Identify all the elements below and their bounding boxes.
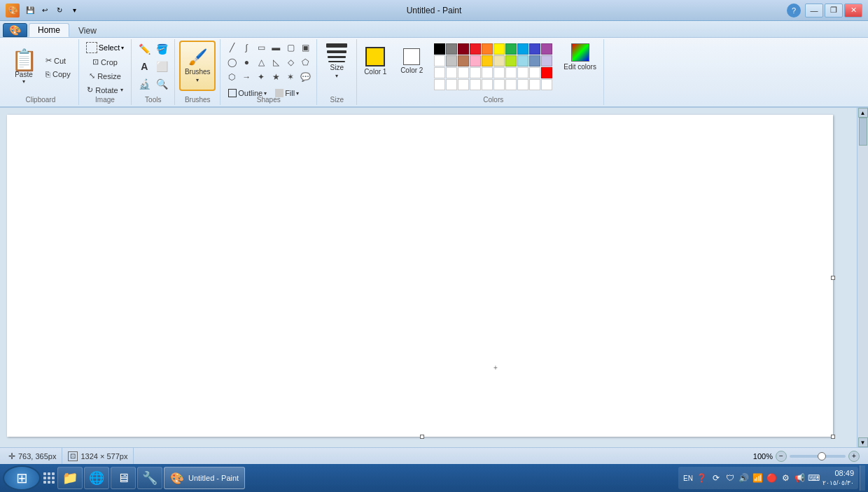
callout-shape[interactable]: 💬 — [298, 70, 312, 84]
color1-button[interactable]: Color 1 — [361, 41, 389, 91]
color-picker-tool[interactable]: 🔬 — [136, 76, 153, 92]
taskbar-app2-button[interactable]: 🔧 — [137, 467, 162, 489]
quick-access-dropdown[interactable]: ▾ — [68, 4, 80, 17]
show-desktop-button[interactable] — [860, 465, 865, 491]
right-scrollbar[interactable]: ▲ ▼ — [857, 108, 868, 447]
edit-colors-button[interactable]: Edit colors — [561, 41, 599, 80]
text-tool[interactable]: A — [136, 58, 153, 75]
taskbar-paint-button[interactable]: 🎨 Untitled - Paint — [164, 467, 245, 489]
color-dark-red[interactable] — [458, 43, 469, 55]
save-button[interactable]: 💾 — [24, 4, 36, 17]
tab-view[interactable]: View — [69, 23, 106, 37]
color-lime[interactable] — [505, 55, 517, 66]
color-sky[interactable] — [517, 55, 528, 66]
color-brown[interactable] — [458, 55, 469, 66]
color-e4[interactable] — [470, 79, 481, 90]
canvas-scroll[interactable]: + — [0, 108, 868, 447]
rounded-rect-fill-shape[interactable]: ▣ — [298, 41, 312, 55]
color-steel[interactable] — [529, 55, 540, 66]
taskbar-ie-button[interactable]: 🌐 — [84, 467, 109, 489]
drawing-canvas[interactable]: + — [7, 115, 833, 437]
color-e2[interactable] — [446, 79, 457, 90]
color2-button[interactable]: Color 2 — [398, 41, 426, 91]
resize-handle-s[interactable] — [420, 435, 424, 439]
color-e10[interactable] — [541, 79, 552, 90]
color-e7[interactable] — [505, 79, 517, 90]
tab-home[interactable]: Home — [29, 23, 69, 37]
taskbar-explorer-button[interactable]: 📁 — [57, 467, 83, 489]
color-w8[interactable] — [517, 67, 528, 78]
network2-icon[interactable]: 📶 — [752, 472, 764, 484]
color-e8[interactable] — [517, 79, 528, 90]
hexagon-shape[interactable]: ⬡ — [225, 70, 239, 84]
rounded-rect-shape[interactable]: ▢ — [284, 41, 298, 55]
zoom-in-button[interactable]: + — [848, 451, 860, 462]
color-e9[interactable] — [529, 79, 540, 90]
color-e5[interactable] — [482, 79, 493, 90]
color-orange[interactable] — [482, 43, 493, 55]
maximize-button[interactable]: ❐ — [825, 3, 843, 17]
curve-shape[interactable]: ∫ — [239, 41, 253, 55]
antivirus-icon[interactable]: 🔴 — [766, 472, 778, 484]
color-white[interactable] — [434, 55, 445, 66]
app-icon-2[interactable]: 📢 — [794, 472, 806, 484]
taskbar-app-list-button[interactable] — [42, 470, 56, 486]
pencil-tool[interactable]: ✏️ — [136, 41, 153, 57]
resize-button[interactable]: ⤡ Resize — [85, 69, 125, 83]
security-icon[interactable]: 🛡 — [724, 472, 736, 484]
triangle-shape[interactable]: △ — [254, 55, 268, 69]
color-gold[interactable] — [482, 55, 493, 66]
zoom-slider-thumb[interactable] — [818, 452, 826, 461]
color-w4[interactable] — [470, 67, 481, 78]
line-shape[interactable]: ╱ — [225, 41, 239, 55]
right-arrow-shape[interactable]: → — [239, 70, 253, 84]
help-systray-icon[interactable]: ❓ — [696, 472, 708, 484]
keyboard-icon[interactable]: ⌨ — [808, 472, 820, 484]
paste-button[interactable]: 📋 Paste ▾ — [7, 42, 41, 92]
eraser-tool[interactable]: ⬜ — [153, 58, 170, 75]
rect-fill-shape[interactable]: ▬ — [269, 41, 283, 55]
help-icon[interactable]: ? — [787, 3, 801, 17]
network-systray-icon[interactable]: ⟳ — [710, 472, 722, 484]
scroll-down-button[interactable]: ▼ — [858, 437, 868, 447]
color-red[interactable] — [470, 43, 481, 55]
color-w1[interactable] — [434, 67, 445, 78]
star4-shape[interactable]: ✦ — [254, 70, 268, 84]
rect-shape[interactable]: ▭ — [254, 41, 268, 55]
minimize-button[interactable]: — — [805, 3, 823, 17]
resize-handle-e[interactable] — [831, 276, 835, 280]
diamond-shape[interactable]: ◇ — [284, 55, 298, 69]
color-w7[interactable] — [505, 67, 517, 78]
color-yellow[interactable] — [493, 43, 505, 55]
color-black[interactable] — [434, 43, 445, 55]
color-cream[interactable] — [493, 55, 505, 66]
star6-shape[interactable]: ✶ — [284, 70, 298, 84]
copy-button[interactable]: ⎘ Copy — [42, 68, 74, 80]
color-blue[interactable] — [517, 43, 528, 55]
zoom-slider-track[interactable] — [790, 455, 846, 458]
taskbar-network-button[interactable]: 🖥 — [111, 467, 136, 489]
rotate-button[interactable]: ↻ Rotate ▾ — [83, 83, 126, 97]
color-w9[interactable] — [529, 67, 540, 78]
brushes-button[interactable]: 🖌️ Brushes ▾ — [179, 41, 216, 91]
ellipse-shape[interactable]: ◯ — [225, 55, 239, 69]
color-e3[interactable] — [458, 79, 469, 90]
paint-menu-button[interactable]: 🎨 — [3, 23, 27, 37]
color-accent-red[interactable] — [541, 67, 552, 78]
select-button[interactable]: Select ▾ — [83, 41, 127, 55]
color-w5[interactable] — [482, 67, 493, 78]
color-green[interactable] — [505, 43, 517, 55]
start-button[interactable]: ⊞ — [3, 465, 41, 491]
color-purple[interactable] — [541, 43, 552, 55]
volume-icon[interactable]: 🔊 — [738, 472, 750, 484]
fill-tool[interactable]: 🪣 — [153, 41, 170, 57]
pentagon-shape[interactable]: ⬠ — [298, 55, 312, 69]
undo-button[interactable]: ↩ — [38, 4, 51, 17]
ellipse-fill-shape[interactable]: ● — [239, 55, 253, 69]
close-button[interactable]: ✕ — [844, 3, 862, 17]
color-light-gray[interactable] — [446, 55, 457, 66]
resize-handle-se[interactable] — [831, 435, 835, 439]
scroll-up-button[interactable]: ▲ — [858, 108, 868, 118]
color-w2[interactable] — [446, 67, 457, 78]
color-e1[interactable] — [434, 79, 445, 90]
